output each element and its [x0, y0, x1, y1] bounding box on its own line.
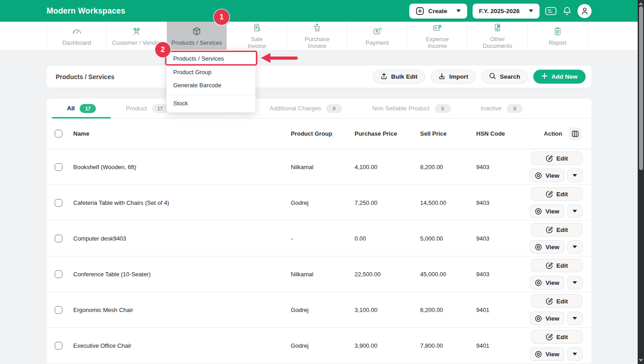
sell-price: 5,000.00: [420, 235, 476, 242]
edit-button[interactable]: Edit: [531, 151, 582, 165]
edit-icon: [545, 262, 553, 269]
user-avatar[interactable]: [578, 4, 592, 18]
view-icon: [535, 243, 542, 251]
scroll-up-arrow-icon[interactable]: [639, 2, 643, 5]
tab-all[interactable]: All 17: [52, 99, 111, 118]
sell-price: 14,500.00: [420, 199, 476, 206]
search-button[interactable]: Search: [481, 70, 528, 84]
product-name: Ergonomic Mesh Chair: [73, 307, 291, 313]
shortcut-keys-icon[interactable]: [545, 6, 557, 16]
edit-button[interactable]: Edit: [531, 330, 582, 344]
scroll-down-arrow-icon[interactable]: [639, 359, 643, 362]
row-more-button[interactable]: [567, 169, 582, 182]
view-icon: [535, 279, 542, 287]
menu-item-products-services[interactable]: Products / Services: [166, 51, 256, 66]
nav-item-products-services[interactable]: Products / Services: [167, 22, 227, 50]
bulk-edit-button[interactable]: Bulk Edit: [373, 70, 426, 84]
edit-icon: [545, 333, 553, 341]
row-more-button[interactable]: [567, 240, 582, 254]
cube-icon: [191, 26, 203, 38]
product-name: Bookshelf (Wooden, 6ft): [73, 164, 291, 170]
purchase-price: 7,250.00: [355, 199, 420, 206]
nav-item-payment[interactable]: ₹ Payment: [347, 22, 407, 50]
sell-price: 6,200.00: [420, 307, 476, 313]
row-more-button[interactable]: [567, 312, 582, 325]
view-button[interactable]: View: [530, 204, 564, 218]
edit-button[interactable]: Edit: [531, 187, 582, 201]
row-more-button[interactable]: [567, 204, 582, 218]
annotation-step-2-badge: 2: [155, 42, 170, 57]
nav-item-dashboard[interactable]: Dashboard: [47, 22, 107, 50]
tab-inactive[interactable]: Inactive 0: [466, 99, 538, 118]
row-more-button[interactable]: [567, 276, 582, 289]
gauge-icon: [71, 26, 83, 38]
hsn-code: 9403: [476, 164, 530, 170]
view-icon: [535, 315, 542, 322]
search-icon: [489, 72, 496, 81]
nav-item-other-documents[interactable]: Other Documents: [468, 22, 528, 50]
import-button[interactable]: Import: [431, 70, 476, 84]
product-name: Computer desk9403: [73, 235, 291, 242]
caret-down-icon: [529, 9, 533, 12]
row-checkbox[interactable]: [55, 235, 62, 242]
payment-icon: ₹: [371, 26, 383, 38]
nav-item-purchase-invoice[interactable]: Purchase Invoice: [287, 22, 347, 50]
hsn-code: 9403: [476, 199, 530, 206]
fiscal-year-select[interactable]: F.Y. 2025-2026: [473, 4, 540, 19]
edit-button[interactable]: Edit: [531, 294, 582, 308]
products-table-body: Bookshelf (Wooden, 6ft) Nilkamal 4,100.0…: [47, 149, 592, 364]
edit-button[interactable]: Edit: [531, 223, 582, 236]
menu-item-stock[interactable]: Stock: [166, 95, 256, 110]
column-header-action: Action: [544, 130, 562, 137]
cart-icon: [311, 22, 323, 34]
purchase-price: 22,500.00: [355, 271, 420, 278]
row-checkbox[interactable]: [55, 342, 62, 350]
plus-icon: [541, 73, 548, 80]
edit-icon: [545, 226, 553, 234]
count-badge: 17: [152, 104, 168, 113]
product-name: Executive Office Chair: [73, 342, 291, 349]
invoice-icon: [251, 22, 263, 34]
column-header-product-group: Product Group: [291, 130, 355, 137]
page-header-card: Products / Services Bulk Edit Import Sea…: [47, 66, 592, 88]
create-button[interactable]: Create: [409, 4, 467, 19]
column-settings-icon[interactable]: [569, 128, 582, 140]
sell-price: 8,200.00: [420, 164, 476, 170]
purchase-price: 3,900.00: [355, 342, 420, 349]
nav-item-sale-invoice[interactable]: Sale Invoice: [227, 22, 287, 50]
products-table-card: All 17 Product 17 Service 0 Additional C…: [47, 99, 592, 364]
row-checkbox[interactable]: [55, 270, 62, 278]
row-checkbox[interactable]: [55, 199, 62, 207]
hsn-code: 9403: [476, 235, 530, 242]
scrollbar-thumb[interactable]: [639, 6, 643, 170]
product-group: Godrej: [291, 307, 355, 313]
view-button[interactable]: View: [530, 169, 564, 182]
view-icon: [535, 350, 542, 358]
view-button[interactable]: View: [530, 276, 564, 289]
users-icon: [131, 26, 142, 38]
count-badge: 0: [326, 104, 342, 113]
nav-item-expense-income[interactable]: Expense Income: [407, 22, 468, 50]
top-bar: Modern Workspaces Create F.Y. 2025-2026: [0, 0, 644, 22]
add-new-button[interactable]: Add New: [533, 70, 586, 84]
vertical-scrollbar[interactable]: [638, 0, 644, 364]
column-header-purchase-price: Purchase Price: [355, 130, 420, 137]
row-checkbox[interactable]: [55, 306, 62, 314]
menu-item-product-group[interactable]: Product Group: [166, 66, 256, 79]
row-more-button[interactable]: [567, 347, 582, 361]
notifications-bell-icon[interactable]: [562, 6, 572, 16]
product-name: Conference Table (10-Seater): [73, 271, 291, 278]
view-button[interactable]: View: [530, 240, 564, 254]
tab-non-sellable-product[interactable]: Non Sellable Product 0: [357, 99, 466, 118]
select-all-checkbox[interactable]: [55, 130, 62, 137]
view-button[interactable]: View: [530, 312, 564, 325]
view-button[interactable]: View: [530, 347, 564, 361]
menu-item-generate-barcode[interactable]: Generate Barcode: [166, 79, 256, 92]
nav-item-report[interactable]: Report: [528, 22, 588, 50]
view-icon: [535, 208, 542, 215]
edit-button[interactable]: Edit: [531, 259, 582, 272]
tab-additional-charges[interactable]: Additional Charges 0: [255, 99, 357, 118]
count-badge: 17: [80, 104, 96, 113]
row-checkbox[interactable]: [55, 163, 62, 171]
caret-down-icon: [456, 9, 461, 12]
